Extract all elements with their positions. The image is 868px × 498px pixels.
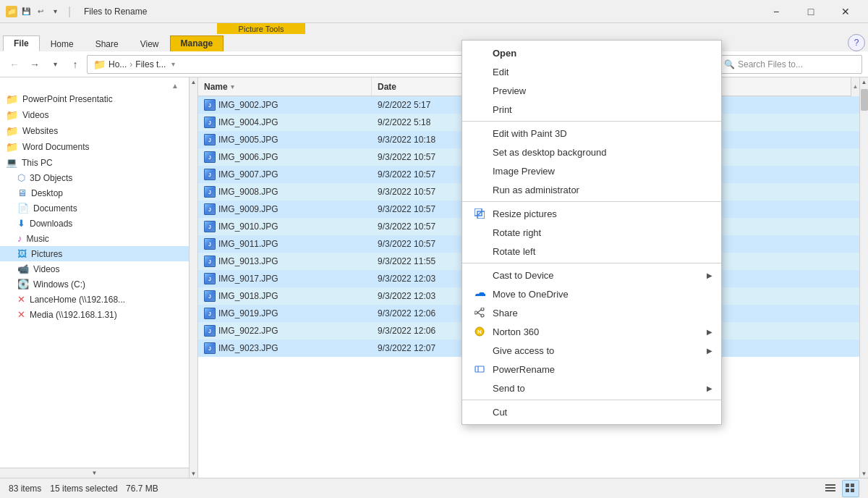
sidebar-item-videos[interactable]: 📹 Videos bbox=[0, 261, 189, 277]
tab-manage[interactable]: Manage bbox=[170, 35, 224, 51]
desktop-icon: 🖥 bbox=[17, 187, 27, 198]
sidebar-item-windows-c[interactable]: 💽 Windows (C:) bbox=[0, 277, 189, 292]
address-dropdown-btn[interactable]: ▾ bbox=[171, 60, 175, 68]
context-menu-separator bbox=[462, 263, 721, 263]
jpg-file-icon: J bbox=[204, 290, 216, 302]
ctx-icon-resize bbox=[474, 208, 485, 219]
details-view-icon bbox=[825, 484, 835, 494]
folder-icon-word-docs: 📁 bbox=[6, 141, 18, 153]
svg-point-5 bbox=[475, 311, 477, 314]
sidebar-item-downloads[interactable]: ⬇ Downloads bbox=[0, 216, 189, 231]
tab-view[interactable]: View bbox=[129, 35, 170, 51]
ctx-submenu-arrow-give-access: ▶ bbox=[707, 347, 712, 355]
ctx-label-cut: Cut bbox=[493, 407, 507, 418]
sidebar-item-media[interactable]: ✕ Media (\\192.168.1.31) bbox=[0, 307, 189, 322]
sidebar-scrollbar[interactable]: ▲ ▼ bbox=[190, 77, 198, 478]
svg-line-6 bbox=[477, 310, 481, 313]
close-button[interactable]: ✕ bbox=[829, 0, 862, 23]
ctx-item-send-to[interactable]: Send to▶ bbox=[462, 379, 721, 397]
tab-home[interactable]: Home bbox=[40, 35, 85, 51]
maximize-button[interactable]: □ bbox=[794, 0, 827, 23]
search-bar[interactable]: 🔍 Search Files to... bbox=[718, 55, 862, 74]
quick-save-btn[interactable]: 💾 bbox=[20, 6, 32, 17]
ctx-item-onedrive[interactable]: Move to OneDrive bbox=[462, 284, 721, 303]
col-header-name[interactable]: Name ▾ bbox=[198, 77, 372, 96]
up-directory-button[interactable]: ↑ bbox=[67, 56, 84, 73]
ctx-item-resize[interactable]: Resize pictures bbox=[462, 204, 721, 223]
sidebar-item-documents[interactable]: 📄 Documents bbox=[0, 201, 189, 216]
sidebar-item-lance-home[interactable]: ✕ LanceHome (\\192.168... bbox=[0, 292, 189, 307]
ctx-item-preview[interactable]: Preview bbox=[462, 81, 721, 100]
file-scroll-up-arrow[interactable]: ▲ bbox=[861, 77, 868, 86]
sidebar-item-word-docs[interactable]: 📁 Word Documents bbox=[0, 139, 189, 155]
ctx-item-cast[interactable]: Cast to Device▶ bbox=[462, 266, 721, 284]
ctx-item-rotate-left[interactable]: Rotate left bbox=[462, 242, 721, 261]
ctx-item-norton[interactable]: NNorton 360▶ bbox=[462, 322, 721, 341]
ctx-item-edit-paint3d[interactable]: Edit with Paint 3D bbox=[462, 124, 721, 143]
tab-share[interactable]: Share bbox=[85, 35, 129, 51]
tab-file[interactable]: File bbox=[3, 35, 40, 51]
ctx-item-cut[interactable]: Cut bbox=[462, 402, 721, 421]
ctx-item-image-preview[interactable]: Image Preview bbox=[462, 161, 721, 180]
ctx-label-set-desktop: Set as desktop background bbox=[493, 147, 607, 158]
help-button[interactable]: ? bbox=[848, 34, 865, 51]
large-icons-view-button[interactable] bbox=[842, 480, 859, 497]
minimize-button[interactable]: − bbox=[760, 0, 793, 23]
ctx-label-send-to: Send to bbox=[493, 383, 525, 394]
back-button[interactable]: ← bbox=[6, 56, 23, 73]
sidebar-item-desktop[interactable]: 🖥 Desktop bbox=[0, 185, 189, 201]
jpg-file-icon: J bbox=[204, 134, 216, 145]
svg-rect-17 bbox=[846, 489, 849, 492]
ctx-icon-powerrename bbox=[474, 363, 485, 375]
quick-dropdown-btn[interactable]: ▾ bbox=[49, 6, 61, 17]
details-view-button[interactable] bbox=[822, 480, 839, 497]
file-cell-name: J IMG_9004.JPG bbox=[198, 114, 372, 131]
jpg-file-icon: J bbox=[204, 325, 216, 337]
ctx-item-print[interactable]: Print bbox=[462, 100, 721, 119]
forward-button[interactable]: → bbox=[26, 56, 43, 73]
ctx-item-share[interactable]: Share bbox=[462, 303, 721, 322]
ctx-label-run-admin: Run as administrator bbox=[493, 185, 579, 195]
ctx-item-rotate-right[interactable]: Rotate right bbox=[462, 223, 721, 242]
sidebar-item-pictures[interactable]: 🖼 Pictures bbox=[0, 246, 189, 261]
sidebar-item-this-pc[interactable]: 💻 This PC bbox=[0, 155, 189, 170]
pc-icon: 💻 bbox=[6, 157, 17, 168]
file-cell-name: J IMG_9010.JPG bbox=[198, 218, 372, 235]
file-scroll-up[interactable]: ▲ bbox=[851, 77, 859, 96]
sidebar-scroll-down[interactable]: ▼ bbox=[0, 468, 189, 478]
sidebar-item-music[interactable]: ♪ Music bbox=[0, 231, 189, 246]
quick-undo-btn[interactable]: ↩ bbox=[35, 6, 46, 17]
status-bar: 83 items 15 items selected 76.7 MB bbox=[0, 478, 868, 498]
ctx-submenu-arrow-cast: ▶ bbox=[707, 271, 712, 279]
file-cell-name: J IMG_9002.JPG bbox=[198, 96, 372, 114]
jpg-file-icon: J bbox=[204, 186, 216, 198]
ctx-item-run-admin[interactable]: Run as administrator bbox=[462, 180, 721, 199]
file-scroll-down-arrow[interactable]: ▼ bbox=[861, 469, 868, 478]
folder-icon-videos-fav: 📁 bbox=[6, 109, 18, 121]
navigation-bar: ← → ▾ ↑ 📁 Ho... › Files t... ▾ ↻ 🔍 Searc… bbox=[0, 51, 868, 77]
scrollbar-up-arrow[interactable]: ▲ bbox=[190, 77, 197, 86]
sidebar-item-videos-fav[interactable]: 📁 Videos bbox=[0, 107, 189, 123]
music-icon: ♪ bbox=[17, 233, 22, 244]
ctx-submenu-arrow-send-to: ▶ bbox=[707, 384, 712, 392]
scrollbar-down-arrow[interactable]: ▼ bbox=[190, 469, 197, 478]
file-list-scrollbar[interactable]: ▲ ▼ bbox=[859, 77, 868, 478]
sidebar-item-powerpoint[interactable]: 📁 PowerPoint Presentatic bbox=[0, 91, 189, 107]
large-icons-view-icon bbox=[846, 484, 856, 494]
sidebar-collapse-btn[interactable]: ▲ bbox=[171, 82, 179, 90]
ctx-label-norton: Norton 360 bbox=[493, 326, 539, 337]
jpg-file-icon: J bbox=[204, 238, 216, 250]
app-icon: 📁 bbox=[6, 6, 17, 17]
file-cell-name: J IMG_9023.JPG bbox=[198, 339, 372, 357]
ctx-item-powerrename[interactable]: PowerRename bbox=[462, 360, 721, 379]
sidebar: ▲ 📁 PowerPoint Presentatic 📁 Videos 📁 We… bbox=[0, 77, 190, 478]
ctx-item-give-access[interactable]: Give access to▶ bbox=[462, 341, 721, 360]
documents-icon: 📄 bbox=[17, 203, 29, 214]
ctx-item-set-desktop[interactable]: Set as desktop background bbox=[462, 143, 721, 161]
sidebar-item-3d-objects[interactable]: ⬡ 3D Objects bbox=[0, 170, 189, 185]
recent-locations-button[interactable]: ▾ bbox=[46, 56, 64, 73]
ctx-label-rotate-left: Rotate left bbox=[493, 246, 535, 257]
ctx-icon-cut bbox=[474, 406, 485, 418]
file-scroll-thumb[interactable] bbox=[861, 89, 868, 111]
sidebar-item-websites[interactable]: 📁 Websites bbox=[0, 123, 189, 139]
